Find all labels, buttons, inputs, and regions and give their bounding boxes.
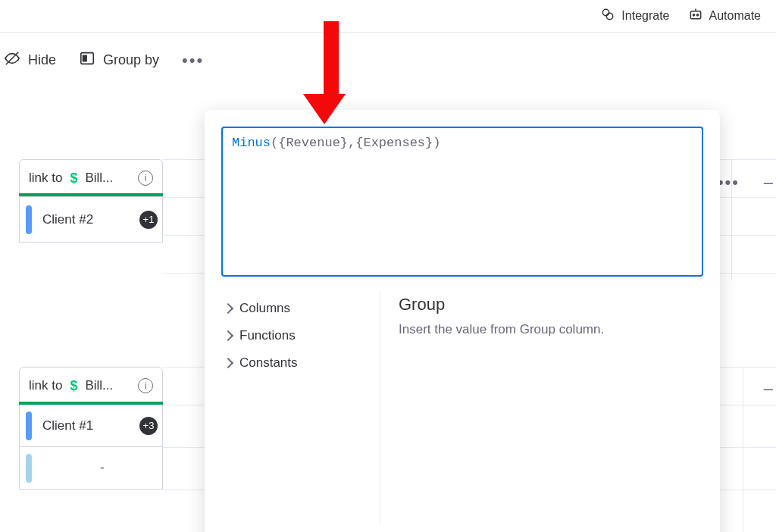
accordion-label: Constants <box>239 355 298 371</box>
row-client-name: Client #2 <box>42 212 93 227</box>
column-bill-label: Bill... <box>85 171 113 186</box>
svg-point-4 <box>696 14 698 16</box>
row-empty-dash: - <box>42 460 162 476</box>
column-collapse[interactable]: – <box>764 379 773 399</box>
dollar-icon: $ <box>70 378 77 394</box>
automate-label: Automate <box>709 9 761 23</box>
group-by-icon <box>79 50 95 70</box>
formula-popover: Minus({Revenue},{Expenses}) Columns Func… <box>205 110 720 532</box>
group-accent-bar <box>19 193 163 196</box>
column-link-label: link to <box>29 171 62 186</box>
chevron-right-icon <box>223 303 233 314</box>
hide-button[interactable]: Hide <box>4 50 56 70</box>
group-by-button[interactable]: Group by <box>79 50 159 70</box>
formula-detail-description: Insert the value from Group column. <box>399 322 703 337</box>
svg-point-3 <box>693 14 694 16</box>
column-collapse[interactable]: – <box>764 173 773 192</box>
accordion-label: Columns <box>239 301 290 316</box>
table-row[interactable]: Client #1 +3 <box>19 405 163 447</box>
chevron-right-icon <box>223 358 233 368</box>
automate-icon <box>688 7 703 25</box>
hide-label: Hide <box>28 52 56 68</box>
annotation-arrow <box>317 21 346 124</box>
column-header-link-bill[interactable]: link to $ Bill... i <box>19 159 163 197</box>
table-row[interactable]: Client #2 +1 <box>19 197 163 243</box>
dollar-icon: $ <box>70 171 77 186</box>
formula-editor[interactable]: Minus({Revenue},{Expenses}) <box>221 127 703 277</box>
formula-detail-panel: Group Insert the value from Group column… <box>380 290 703 525</box>
accordion-label: Functions <box>239 328 296 343</box>
svg-rect-8 <box>83 55 87 61</box>
column-link-label: link to <box>29 378 62 393</box>
svg-point-0 <box>603 9 609 15</box>
row-accent <box>26 454 32 483</box>
info-icon[interactable]: i <box>138 171 153 186</box>
integrate-icon <box>600 7 615 25</box>
group-by-label: Group by <box>103 52 159 68</box>
hide-icon <box>4 50 20 70</box>
svg-rect-2 <box>690 11 700 19</box>
accordion-columns[interactable]: Columns <box>221 295 380 322</box>
formula-sidebar: Columns Functions Constants <box>221 290 380 525</box>
divider <box>0 32 776 33</box>
integrate-button[interactable]: Integrate <box>600 7 669 25</box>
formula-body: ({Revenue},{Expenses}) <box>271 136 440 150</box>
automate-button[interactable]: Automate <box>688 7 761 25</box>
accordion-functions[interactable]: Functions <box>221 322 380 349</box>
row-client-name: Client #1 <box>42 418 93 433</box>
column-header-link-bill[interactable]: link to $ Bill... i <box>19 367 163 405</box>
accordion-constants[interactable]: Constants <box>221 349 380 377</box>
count-badge: +1 <box>139 211 158 229</box>
integrate-label: Integrate <box>621 9 669 23</box>
svg-point-1 <box>607 13 613 19</box>
row-accent <box>26 412 32 440</box>
table-row[interactable]: - <box>19 447 163 490</box>
count-badge: +3 <box>139 417 158 435</box>
formula-function-token: Minus <box>232 136 271 150</box>
chevron-right-icon <box>223 330 233 341</box>
row-accent <box>26 205 32 234</box>
toolbar-more-button[interactable]: ••• <box>182 51 204 70</box>
column-bill-label: Bill... <box>85 378 113 393</box>
info-icon[interactable]: i <box>138 378 153 393</box>
column-more-button[interactable]: ••• <box>718 173 740 192</box>
formula-detail-title: Group <box>399 295 703 315</box>
